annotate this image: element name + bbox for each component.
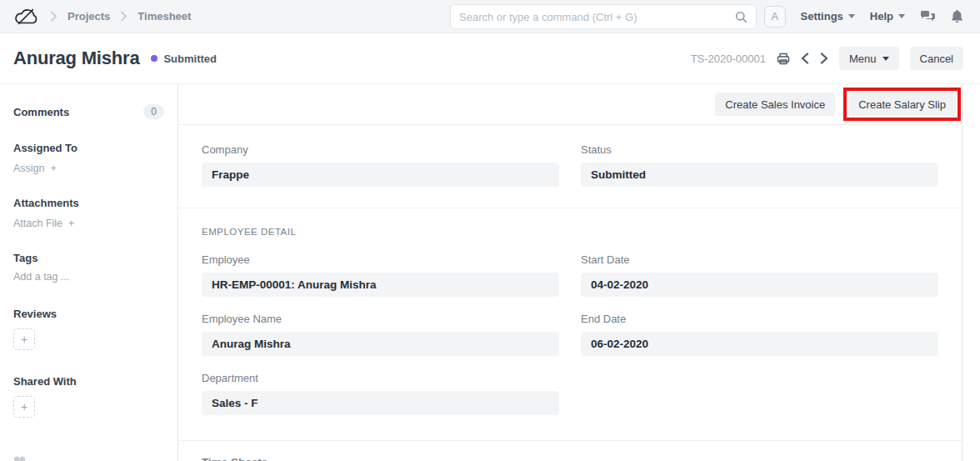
search-icon — [735, 11, 748, 23]
highlight-box: Create Salary Slip — [843, 88, 961, 121]
chevron-down-icon — [882, 57, 889, 61]
tags-heading: Tags — [13, 252, 164, 264]
add-review-button[interactable]: + — [13, 328, 35, 350]
breadcrumb-timesheet[interactable]: Timesheet — [138, 10, 191, 23]
status-indicator: Submitted — [151, 53, 217, 65]
help-menu[interactable]: Help — [870, 10, 905, 23]
employee-name-field: Employee Name Anurag Mishra — [202, 313, 559, 356]
end-date-field: End Date 06-02-2020 — [581, 313, 938, 356]
comments-label: Comments — [13, 106, 69, 118]
plus-icon: + — [68, 218, 74, 229]
company-field: Company Frappe — [202, 143, 559, 187]
previous-document-icon[interactable] — [801, 53, 809, 64]
start-date-label: Start Date — [581, 253, 938, 266]
employee-name-label: Employee Name — [202, 313, 559, 325]
breadcrumb: Projects Timesheet — [50, 10, 191, 23]
company-input[interactable]: Frappe — [202, 163, 559, 187]
start-date-field: Start Date 04-02-2020 — [581, 253, 938, 297]
avatar[interactable]: A — [764, 6, 786, 28]
top-navbar: Projects Timesheet A Settings Help — [0, 0, 980, 33]
company-label: Company — [202, 143, 559, 156]
employee-name-input[interactable]: Anurag Mishra — [202, 332, 559, 356]
assign-button[interactable]: Assign + — [13, 163, 164, 174]
assigned-to-heading: Assigned To — [13, 142, 164, 154]
page-actions: TS-2020-00001 Menu Cancel — [691, 47, 963, 70]
employee-field: Employee HR-EMP-00001: Anurag Mishra — [202, 253, 559, 297]
form-action-row: Create Sales Invoice Create Salary Slip — [178, 84, 962, 125]
form-main: Create Sales Invoice Create Salary Slip … — [178, 84, 962, 461]
menu-button-label: Menu — [849, 53, 877, 65]
breadcrumb-projects[interactable]: Projects — [68, 10, 110, 23]
status-dot-icon — [151, 55, 158, 62]
status-field: Status Submitted — [581, 143, 938, 187]
announcements-icon[interactable] — [920, 10, 936, 23]
department-input[interactable]: Sales - F — [202, 391, 559, 415]
settings-menu[interactable]: Settings — [801, 10, 855, 23]
status-input[interactable]: Submitted — [581, 163, 938, 187]
next-document-icon[interactable] — [820, 53, 828, 64]
global-search — [450, 4, 757, 29]
employee-input[interactable]: HR-EMP-00001: Anurag Mishra — [202, 273, 559, 297]
assign-label: Assign — [13, 163, 45, 174]
chevron-down-icon — [848, 14, 855, 18]
plus-icon: + — [51, 163, 57, 174]
print-icon[interactable] — [777, 53, 790, 65]
settings-label: Settings — [801, 10, 843, 23]
end-date-label: End Date — [581, 313, 938, 325]
attachments-heading: Attachments — [13, 197, 164, 209]
search-input[interactable] — [459, 11, 735, 23]
employee-label: Employee — [202, 253, 559, 266]
status-indicator-label: Submitted — [163, 53, 217, 65]
like-heart-icon[interactable] — [13, 456, 164, 461]
department-field: Department Sales - F — [202, 372, 559, 415]
menu-button[interactable]: Menu — [839, 47, 899, 70]
create-sales-invoice-button[interactable]: Create Sales Invoice — [715, 93, 835, 116]
navbar-right: A Settings Help — [764, 6, 963, 28]
status-label: Status — [581, 143, 938, 156]
frappe-cloud-logo-icon[interactable] — [13, 7, 38, 26]
page-head: Anurag Mishra Submitted TS-2020-00001 Me… — [0, 33, 980, 84]
content-area: Comments 0 Assigned To Assign + Attachme… — [0, 84, 980, 461]
add-share-button[interactable]: + — [13, 396, 35, 418]
chevron-down-icon — [898, 14, 905, 18]
chevron-right-icon — [120, 11, 128, 22]
sidebar-item-comments[interactable]: Comments 0 — [13, 104, 164, 119]
notifications-bell-icon[interactable] — [951, 9, 963, 23]
department-label: Department — [202, 372, 559, 384]
start-date-input[interactable]: 04-02-2020 — [581, 273, 938, 297]
overview-section: Company Frappe Status Submitted — [178, 125, 962, 208]
attach-file-label: Attach File — [13, 218, 62, 229]
reviews-heading: Reviews — [13, 308, 164, 320]
end-date-input[interactable]: 06-02-2020 — [581, 332, 938, 356]
add-tag-input[interactable]: Add a tag ... — [13, 271, 164, 283]
help-label: Help — [870, 10, 893, 23]
employee-detail-heading: Employee Detail — [202, 227, 938, 237]
shared-with-heading: Shared With — [13, 375, 164, 388]
time-sheets-section: Time Sheets — [178, 441, 962, 461]
document-id: TS-2020-00001 — [691, 53, 766, 65]
employee-detail-section: Employee Detail Employee HR-EMP-00001: A… — [178, 208, 962, 441]
form-sidebar: Comments 0 Assigned To Assign + Attachme… — [0, 84, 178, 461]
cancel-button[interactable]: Cancel — [910, 47, 963, 70]
chevron-right-icon — [50, 11, 58, 22]
create-salary-slip-button[interactable]: Create Salary Slip — [848, 93, 956, 116]
page-title: Anurag Mishra — [13, 48, 139, 69]
comments-count-badge: 0 — [143, 104, 164, 119]
time-sheets-heading: Time Sheets — [202, 456, 938, 461]
attach-file-button[interactable]: Attach File + — [13, 218, 164, 229]
